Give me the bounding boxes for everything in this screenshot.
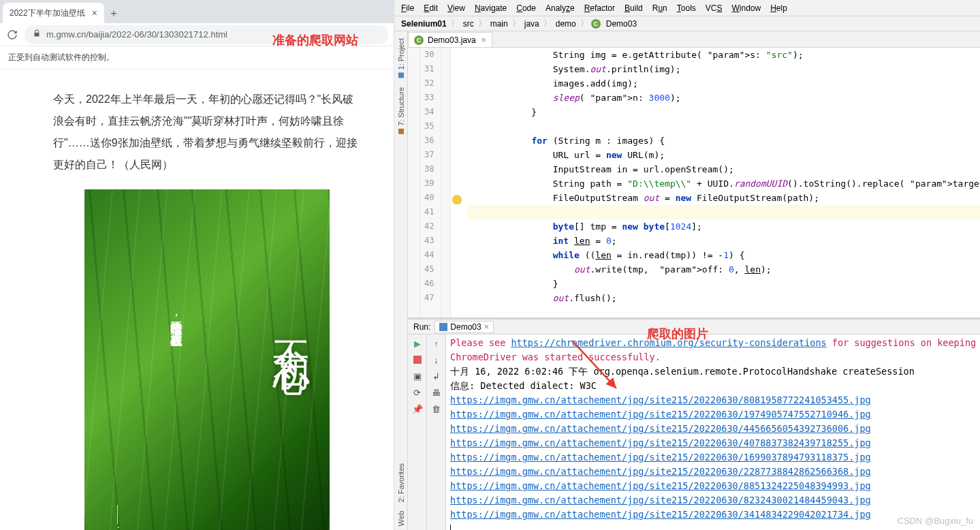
project-tab[interactable]: 1: Project (396, 34, 406, 82)
menu-run[interactable]: Run (648, 2, 671, 14)
article-image: 不忘初心 咬定青山不放松，立根原在破岩 —— 清·郑 (84, 189, 330, 530)
editor-tab-label: Demo03.java (428, 35, 476, 45)
menu-tools[interactable]: Tools (673, 2, 700, 14)
favorites-tab[interactable]: 2: Favorites (394, 459, 407, 506)
image-signature: —— 清·郑 (112, 505, 124, 529)
run-toolbar-right: ↑ ↓ ↲ 🖶 🗑 (427, 334, 446, 530)
lock-icon (33, 29, 41, 40)
menu-code[interactable]: Code (512, 2, 540, 14)
print-icon[interactable]: 🖶 (430, 386, 443, 399)
code-view[interactable]: String img = e.getAttribute( "param">s: … (464, 48, 980, 317)
page-content: 今天，2022年上半年最后一天，年初的心愿还记得吗？"长风破浪会有时，直挂云帆济… (0, 69, 394, 530)
structure-tab[interactable]: 7: Structure (396, 83, 406, 138)
editor-tabs: C Demo03.java × (408, 31, 980, 48)
menu-help[interactable]: Help (766, 2, 791, 14)
editor-tab[interactable]: C Demo03.java × (408, 32, 492, 47)
menu-view[interactable]: View (443, 2, 469, 14)
run-tab[interactable]: Demo03 × (434, 321, 493, 333)
settings-icon[interactable]: ⟳ (411, 386, 424, 399)
url-text: m.gmw.cn/baijia/2022-06/30/1303021712.ht… (46, 29, 227, 40)
close-tab-icon[interactable]: × (92, 7, 97, 18)
annotation-prepare-site: 准备的爬取网站 (272, 32, 358, 48)
wrap-icon[interactable]: ↲ (430, 370, 443, 382)
breadcrumb: Selenium01〉 src〉 main〉 java〉 demo〉 C Dem… (394, 16, 980, 31)
pin-icon[interactable]: 📌 (411, 403, 424, 415)
image-side-text: 咬定青山不放松，立根原在破岩 (165, 312, 188, 324)
menu-navigate[interactable]: Navigate (471, 2, 511, 14)
left-bottom-tabs: 2: Favorites Web (394, 327, 408, 530)
crumb-demo[interactable]: demo (554, 19, 578, 29)
new-tab-button[interactable]: + (104, 4, 123, 23)
crumb-class[interactable]: Demo03 (605, 19, 638, 29)
browser-tab[interactable]: 2022下半年加油壁纸 × (3, 3, 104, 23)
run-toolbar-left: ▶ ▣ ⟳ 📌 (408, 334, 427, 530)
editor-area[interactable]: 303132333435363738394041424344454647 Str… (408, 48, 980, 317)
menu-build[interactable]: Build (620, 2, 647, 14)
line-gutter: 303132333435363738394041424344454647 (420, 48, 441, 317)
watermark: CSDN @Bugxiu_fu (898, 516, 973, 526)
rerun-icon[interactable]: ▶ (411, 337, 424, 349)
app-icon (439, 323, 447, 331)
close-editor-tab-icon[interactable]: × (481, 35, 486, 45)
camera-icon[interactable]: ▣ (411, 370, 424, 382)
menu-file[interactable]: File (397, 2, 418, 14)
trash-icon[interactable]: 🗑 (430, 403, 443, 415)
run-tab-label: Demo03 (450, 322, 481, 332)
run-label: Run: (413, 322, 430, 332)
menu-window[interactable]: Window (727, 2, 765, 14)
stop-icon[interactable] (411, 354, 424, 366)
down-icon[interactable]: ↓ (430, 354, 443, 366)
crumb-main[interactable]: main (489, 19, 509, 29)
reload-icon[interactable] (5, 28, 19, 42)
intention-bulb-icon[interactable] (452, 195, 462, 204)
crumb-src[interactable]: src (462, 19, 475, 29)
annotation-crawl-img: 爬取的图片 (647, 326, 708, 342)
menu-edit[interactable]: Edit (420, 2, 442, 14)
run-panel: Run: Demo03 × ▶ ▣ ⟳ 📌 (408, 317, 980, 530)
tab-strip: 2022下半年加油壁纸 × + (0, 0, 394, 23)
console-output[interactable]: Please see https://chromedriver.chromium… (446, 334, 980, 530)
menu-bar: File Edit View Navigate Code Analyze Ref… (394, 0, 980, 16)
web-tab[interactable]: Web (394, 507, 407, 530)
up-icon[interactable]: ↑ (430, 337, 443, 349)
menu-refactor[interactable]: Refactor (580, 2, 619, 14)
menu-vcs[interactable]: VCS (701, 2, 727, 14)
intellij-ide: File Edit View Navigate Code Analyze Ref… (394, 0, 980, 530)
menu-analyze[interactable]: Analyze (541, 2, 579, 14)
crumb-java[interactable]: java (523, 19, 541, 29)
article-paragraph: 今天，2022年上半年最后一天，年初的心愿还记得吗？"长风破浪会有时，直挂云帆济… (53, 89, 361, 176)
close-run-tab-icon[interactable]: × (484, 322, 489, 332)
crumb-project[interactable]: Selenium01 (400, 19, 448, 29)
class-icon: C (414, 35, 424, 45)
chrome-browser: 2022下半年加油壁纸 × + m.gmw.cn/baijia/2022-06/… (0, 0, 394, 530)
tab-title: 2022下半年加油壁纸 (10, 7, 85, 19)
class-icon: C (591, 19, 601, 29)
automation-info-bar: 正受到自动测试软件的控制。 (0, 46, 394, 69)
image-main-text: 不忘初心 (266, 312, 316, 334)
